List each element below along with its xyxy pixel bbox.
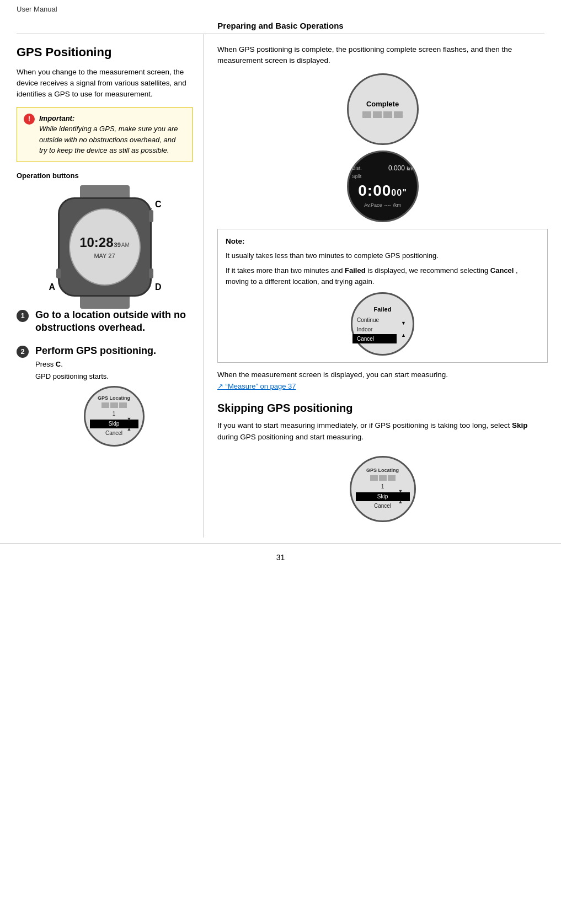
- button-c-side: [149, 210, 153, 222]
- watch-date: MAY 27: [94, 252, 115, 260]
- watch-time-small: 39: [114, 241, 121, 249]
- skip-bold: Skip: [512, 421, 528, 429]
- important-body: While identifying a GPS, make sure you a…: [39, 125, 178, 154]
- measure-link[interactable]: ↗ “Measure” on page 37: [217, 382, 296, 390]
- skip-text2: during GPS positioning and start measuri…: [217, 433, 364, 441]
- step-2-content: Perform GPS positioning. Press C. GPD po…: [35, 345, 193, 452]
- complete-icon-1: [362, 111, 371, 118]
- failed-arrow-down: ▼: [401, 320, 406, 327]
- skip-gps-icon-3: [388, 475, 396, 481]
- skip-gps-icons: [356, 475, 410, 481]
- step-2-sub2: GPD positioning starts.: [35, 372, 193, 382]
- skip-arrow-up-icon: ▲: [398, 498, 403, 506]
- step-1-content: Go to a location outside with no obstruc…: [35, 309, 193, 337]
- complete-watch-screen: Complete: [347, 73, 419, 145]
- gps-intro-text: When you change to the measurement scree…: [17, 67, 193, 100]
- meas-time-display: 0:0000": [358, 180, 407, 201]
- failed-arrow-up: ▲: [401, 332, 406, 340]
- note-line3-text: is displayed, we recommend selecting: [367, 266, 488, 275]
- note-line2-full: If it takes more than two minutes and Fa…: [226, 265, 539, 287]
- important-icon: !: [24, 114, 35, 125]
- gps-icon-1: [101, 402, 109, 408]
- failed-indoor-item[interactable]: Indoor: [352, 325, 397, 334]
- failed-continue-item[interactable]: Continue: [352, 315, 397, 325]
- meas-pace-row: Av.Pace ---- /km: [364, 202, 401, 209]
- note-box: Note: It usually takes less than two min…: [217, 229, 548, 363]
- after-text: When the measurement screen is displayed…: [217, 370, 448, 379]
- meas-split-label: Split: [352, 173, 362, 180]
- step-2-number: 2: [17, 346, 29, 358]
- skip-watch-wrap: GPS Locating 1 ▲ Skip Cancel ▼: [217, 452, 548, 527]
- step-2-sub1: Press C.: [35, 359, 193, 369]
- complete-icons-row: [362, 111, 403, 118]
- gps-counter-row: 1 ▲ Skip Cancel ▼: [90, 410, 138, 438]
- label-d: D: [155, 281, 162, 293]
- watch-time: 10:28: [79, 233, 113, 252]
- note-line1: It usually takes less than two minutes t…: [226, 250, 539, 261]
- note-cancel-text: Cancel: [490, 266, 514, 275]
- arrow-down-icon: ▼: [127, 416, 132, 423]
- meas-dist-row: Dist. 0.000 km: [352, 164, 414, 173]
- gps-title: GPS Locating: [90, 395, 138, 402]
- complete-icon-2: [373, 111, 382, 118]
- page-header: User Manual: [0, 0, 561, 17]
- step-1-row: 1 Go to a location outside with no obstr…: [17, 309, 193, 337]
- watch-diagram: 10:28 39 AM MAY 27 C A D: [58, 185, 152, 309]
- skip-gps-title: GPS Locating: [356, 467, 410, 474]
- failed-cancel-item[interactable]: Cancel: [352, 334, 397, 343]
- gps-icon-3: [119, 402, 127, 408]
- button-d-side: [149, 268, 153, 278]
- failed-watch-screen: Failed ▲ Continue Indoor Cancel ▼: [351, 292, 414, 356]
- failed-title: Failed: [374, 305, 392, 314]
- page-title: Preparing and Basic Operations: [0, 17, 561, 34]
- label-c: C: [155, 198, 162, 211]
- measure-link-row: ↗ “Measure” on page 37: [217, 381, 548, 392]
- header-user-manual: User Manual: [17, 4, 57, 14]
- gps-screen-content: GPS Locating 1 ▲ Skip Cancel ▼: [86, 393, 143, 441]
- gps-locating-screen: GPS Locating 1 ▲ Skip Cancel ▼: [84, 386, 145, 447]
- skip-text: If you want to start measuring immediate…: [217, 421, 510, 429]
- measurement-watch-screen: Dist. 0.000 km Split 0:0000" Av.Pace ---…: [347, 151, 419, 222]
- step-1-number: 1: [17, 310, 29, 322]
- left-column: GPS Positioning When you change to the m…: [0, 34, 204, 538]
- skip-text-block: If you want to start measuring immediate…: [217, 420, 548, 443]
- step-2-row: 2 Perform GPS positioning. Press C. GPD …: [17, 345, 193, 452]
- complete-icon-4: [394, 111, 403, 118]
- note-failed-text: Failed: [345, 266, 366, 275]
- arrow-up-icon: ▲: [127, 426, 132, 433]
- skip-counter-row: 1 ▲ Skip Cancel ▼: [356, 483, 410, 511]
- gps-icons: [90, 402, 138, 408]
- button-a-side: [56, 268, 61, 278]
- meas-dist-value: 0.000 km: [388, 164, 413, 173]
- op-buttons-label: Operation buttons: [17, 171, 193, 181]
- page-footer: 31: [0, 543, 561, 568]
- skip-arrow-down-icon: ▼: [398, 488, 403, 495]
- important-text-content: Important: While identifying a GPS, make…: [39, 113, 185, 156]
- main-content: GPS Positioning When you change to the m…: [0, 34, 561, 538]
- watch-ampm: AM: [121, 241, 130, 249]
- skip-gps-icon-2: [379, 475, 387, 481]
- after-measure-text: When the measurement screen is displayed…: [217, 369, 548, 380]
- label-a: A: [49, 281, 56, 293]
- important-box: ! Important: While identifying a GPS, ma…: [17, 107, 193, 162]
- skip-gps-icon-1: [370, 475, 378, 481]
- watch-time-display: 10:28 39 AM: [79, 233, 130, 252]
- right-column: When GPS positioning is complete, the po…: [204, 34, 561, 538]
- skip-gps-content: GPS Locating 1 ▲ Skip Cancel ▼: [351, 465, 414, 513]
- failed-menu: ▲ Continue Indoor Cancel ▼: [352, 315, 413, 343]
- gps-section-title: GPS Positioning: [17, 44, 193, 61]
- gps-icon-2: [110, 402, 118, 408]
- meas-dist-label: Dist.: [352, 165, 362, 172]
- meas-split-row: Split: [352, 173, 414, 180]
- page-number: 31: [276, 553, 285, 562]
- step-2-heading: Perform GPS positioning.: [35, 345, 193, 357]
- note-line2-text: If it takes more than two minutes and: [226, 266, 343, 275]
- note-title: Note:: [226, 236, 539, 247]
- complete-icon-3: [383, 111, 392, 118]
- step-1-heading: Go to a location outside with no obstruc…: [35, 309, 193, 335]
- complete-label: Complete: [366, 99, 399, 109]
- important-label: Important:: [39, 114, 74, 122]
- right-intro: When GPS positioning is complete, the po…: [217, 44, 548, 67]
- skip-gps-screen: GPS Locating 1 ▲ Skip Cancel ▼: [350, 456, 416, 522]
- skip-section-title: Skipping GPS positioning: [217, 400, 548, 416]
